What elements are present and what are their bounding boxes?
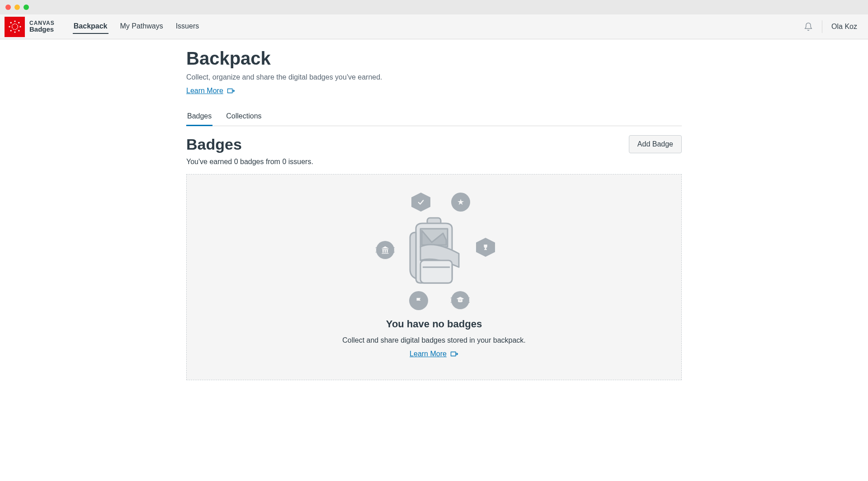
empty-subtitle: Collect and share digital badges stored … (342, 336, 526, 344)
svg-point-4 (19, 26, 21, 27)
learn-more-label: Learn More (186, 87, 223, 95)
badges-summary: You've earned 0 badges from 0 issuers. (186, 158, 682, 166)
external-link-icon (227, 87, 235, 94)
svg-point-5 (10, 22, 11, 24)
window-maximize-icon[interactable] (24, 5, 29, 10)
empty-learn-more-label: Learn More (410, 350, 447, 358)
window-close-icon[interactable] (5, 5, 11, 10)
svg-point-6 (18, 22, 19, 24)
empty-state: ★ (186, 174, 682, 380)
app-name-line2: Badges (29, 26, 55, 33)
user-menu[interactable]: Ola Koz (831, 23, 857, 31)
svg-rect-10 (420, 260, 452, 283)
backpack-icon (400, 215, 468, 288)
learn-more-link[interactable]: Learn More (186, 87, 235, 95)
empty-learn-more-link[interactable]: Learn More (410, 350, 458, 358)
canvas-logo-icon (5, 17, 25, 37)
bell-icon (804, 22, 813, 31)
top-nav: CANVAS Badges Backpack My Pathways Issue… (0, 14, 868, 39)
window-minimize-icon[interactable] (14, 5, 20, 10)
nav-my-pathways[interactable]: My Pathways (119, 19, 164, 34)
tabs: Badges Collections (186, 108, 682, 126)
page-title: Backpack (186, 48, 682, 69)
tab-collections[interactable]: Collections (225, 108, 262, 126)
svg-point-3 (9, 26, 10, 27)
page-subtitle: Collect, organize and share the digital … (186, 73, 682, 81)
tab-badges[interactable]: Badges (186, 108, 212, 126)
svg-point-7 (10, 30, 11, 31)
notifications-button[interactable] (795, 22, 822, 31)
add-badge-button[interactable]: Add Badge (629, 135, 682, 153)
external-link-icon (450, 350, 458, 358)
nav-backpack[interactable]: Backpack (73, 19, 108, 34)
svg-point-2 (14, 31, 15, 33)
app-logo[interactable]: CANVAS Badges (0, 17, 62, 37)
browser-chrome (0, 0, 868, 14)
empty-title: You have no badges (386, 318, 482, 330)
svg-point-1 (14, 20, 15, 22)
nav-issuers[interactable]: Issuers (175, 19, 200, 34)
svg-point-8 (18, 30, 19, 31)
svg-point-0 (12, 24, 18, 30)
divider (822, 20, 822, 33)
section-title: Badges (186, 136, 242, 153)
empty-illustration: ★ (366, 193, 502, 310)
